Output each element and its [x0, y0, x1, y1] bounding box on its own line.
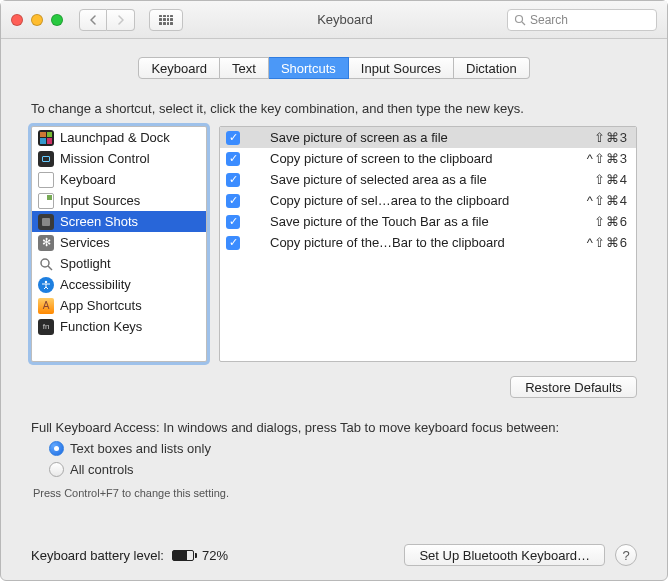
shortcut-keys[interactable]: ^⇧⌘6: [587, 235, 628, 250]
help-button[interactable]: ?: [615, 544, 637, 566]
fka-option-allcontrols[interactable]: All controls: [49, 462, 637, 477]
category-label: Launchpad & Dock: [60, 130, 170, 145]
category-accessibility[interactable]: Accessibility: [32, 274, 206, 295]
category-mission-control[interactable]: Mission Control: [32, 148, 206, 169]
category-label: App Shortcuts: [60, 298, 142, 313]
category-label: Screen Shots: [60, 214, 138, 229]
battery-icon: [172, 550, 194, 561]
svg-line-1: [522, 22, 525, 25]
instruction-text: To change a shortcut, select it, click t…: [31, 101, 637, 116]
shortcut-checkbox[interactable]: ✓: [226, 152, 240, 166]
tab-keyboard[interactable]: Keyboard: [138, 57, 220, 79]
tab-shortcuts[interactable]: Shortcuts: [269, 57, 349, 79]
nav-buttons: [79, 9, 135, 31]
tab-input-sources[interactable]: Input Sources: [349, 57, 454, 79]
services-icon: ✻: [38, 235, 54, 251]
shortcut-keys[interactable]: ⇧⌘4: [594, 172, 628, 187]
category-label: Services: [60, 235, 110, 250]
category-services[interactable]: ✻Services: [32, 232, 206, 253]
fka-opt1-label: Text boxes and lists only: [70, 441, 211, 456]
keyboard-prefs-window: Keyboard Search KeyboardTextShortcutsInp…: [0, 0, 668, 581]
fka-heading: Full Keyboard Access: In windows and dia…: [31, 420, 637, 435]
launchpad-icon: [38, 130, 54, 146]
shortcut-row[interactable]: ✓Copy picture of the…Bar to the clipboar…: [220, 232, 636, 253]
fka-option-textboxes[interactable]: Text boxes and lists only: [49, 441, 637, 456]
zoom-window-button[interactable]: [51, 14, 63, 26]
shortcut-checkbox[interactable]: ✓: [226, 173, 240, 187]
svg-line-3: [48, 266, 52, 270]
shortcut-keys[interactable]: ^⇧⌘3: [587, 151, 628, 166]
shortcut-keys[interactable]: ⇧⌘3: [594, 130, 628, 145]
radio-icon: [49, 462, 64, 477]
category-function-keys[interactable]: fnFunction Keys: [32, 316, 206, 337]
category-label: Accessibility: [60, 277, 131, 292]
appshortcuts-icon: A: [38, 298, 54, 314]
shortcut-label: Save picture of the Touch Bar as a file: [270, 214, 584, 229]
svg-point-0: [516, 15, 523, 22]
shortcut-checkbox[interactable]: ✓: [226, 131, 240, 145]
fka-opt2-label: All controls: [70, 462, 134, 477]
shortcut-keys[interactable]: ^⇧⌘4: [587, 193, 628, 208]
titlebar: Keyboard Search: [1, 1, 667, 39]
category-list[interactable]: Launchpad & DockMission ControlKeyboardI…: [31, 126, 207, 362]
category-spotlight[interactable]: Spotlight: [32, 253, 206, 274]
battery-percent: 72%: [202, 548, 228, 563]
category-label: Function Keys: [60, 319, 142, 334]
grid-icon: [159, 15, 173, 25]
footer: Keyboard battery level: 72% Set Up Bluet…: [31, 526, 637, 566]
battery-status: Keyboard battery level: 72%: [31, 548, 228, 563]
shortcut-label: Save picture of screen as a file: [270, 130, 584, 145]
search-icon: [514, 14, 526, 26]
category-screen-shots[interactable]: Screen Shots: [32, 211, 206, 232]
content-area: KeyboardTextShortcutsInput SourcesDictat…: [1, 39, 667, 580]
tab-dictation[interactable]: Dictation: [454, 57, 530, 79]
shortcut-row[interactable]: ✓Copy picture of screen to the clipboard…: [220, 148, 636, 169]
category-label: Spotlight: [60, 256, 111, 271]
spotlight-icon: [38, 256, 54, 272]
minimize-window-button[interactable]: [31, 14, 43, 26]
search-input[interactable]: Search: [507, 9, 657, 31]
category-label: Input Sources: [60, 193, 140, 208]
shortcut-list[interactable]: ✓Save picture of screen as a file⇧⌘3✓Cop…: [219, 126, 637, 362]
shortcut-row[interactable]: ✓Copy picture of sel…area to the clipboa…: [220, 190, 636, 211]
shortcut-label: Copy picture of screen to the clipboard: [270, 151, 577, 166]
fka-hint: Press Control+F7 to change this setting.: [33, 487, 637, 499]
shortcut-row[interactable]: ✓Save picture of the Touch Bar as a file…: [220, 211, 636, 232]
radio-icon: [49, 441, 64, 456]
window-title: Keyboard: [191, 12, 499, 27]
restore-defaults-button[interactable]: Restore Defaults: [510, 376, 637, 398]
battery-label: Keyboard battery level:: [31, 548, 164, 563]
show-all-button[interactable]: [149, 9, 183, 31]
svg-point-2: [41, 259, 49, 267]
shortcut-panes: Launchpad & DockMission ControlKeyboardI…: [31, 126, 637, 362]
shortcut-label: Copy picture of sel…area to the clipboar…: [270, 193, 577, 208]
shortcut-checkbox[interactable]: ✓: [226, 194, 240, 208]
mission-icon: [38, 151, 54, 167]
back-button[interactable]: [79, 9, 107, 31]
setup-bluetooth-button[interactable]: Set Up Bluetooth Keyboard…: [404, 544, 605, 566]
shortcut-checkbox[interactable]: ✓: [226, 236, 240, 250]
shortcut-row[interactable]: ✓Save picture of screen as a file⇧⌘3: [220, 127, 636, 148]
shortcut-row[interactable]: ✓Save picture of selected area as a file…: [220, 169, 636, 190]
tab-bar: KeyboardTextShortcutsInput SourcesDictat…: [31, 57, 637, 79]
category-keyboard[interactable]: Keyboard: [32, 169, 206, 190]
svg-point-4: [45, 280, 47, 282]
tab-text[interactable]: Text: [220, 57, 269, 79]
category-input-sources[interactable]: Input Sources: [32, 190, 206, 211]
shortcut-checkbox[interactable]: ✓: [226, 215, 240, 229]
category-launchpad-dock[interactable]: Launchpad & Dock: [32, 127, 206, 148]
screenshots-icon: [38, 214, 54, 230]
input-icon: [38, 193, 54, 209]
restore-row: Restore Defaults: [31, 376, 637, 398]
keyboard-icon: [38, 172, 54, 188]
search-placeholder: Search: [530, 13, 568, 27]
shortcut-keys[interactable]: ⇧⌘6: [594, 214, 628, 229]
close-window-button[interactable]: [11, 14, 23, 26]
full-keyboard-access: Full Keyboard Access: In windows and dia…: [31, 420, 637, 499]
category-app-shortcuts[interactable]: AApp Shortcuts: [32, 295, 206, 316]
forward-button[interactable]: [107, 9, 135, 31]
category-label: Mission Control: [60, 151, 150, 166]
fn-icon: fn: [38, 319, 54, 335]
accessibility-icon: [38, 277, 54, 293]
window-controls: [11, 14, 63, 26]
